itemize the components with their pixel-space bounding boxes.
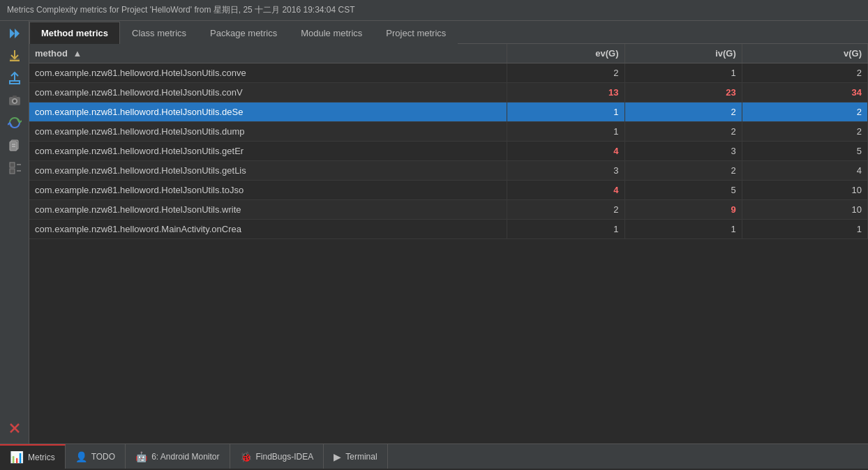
status-findbugs[interactable]: 🐞 FindBugs-IDEA [230, 444, 324, 469]
cell-ev: 13 [507, 83, 624, 103]
cell-v: 2 [742, 122, 867, 142]
table-row[interactable]: com.example.nzw81.helloword.HotelJsonUti… [29, 83, 868, 103]
cell-method: com.example.nzw81.helloword.HotelJsonUti… [29, 142, 507, 161]
status-android[interactable]: 🤖 6: Android Monitor [126, 444, 230, 469]
cell-method: com.example.nzw81.helloword.HotelJsonUti… [29, 83, 507, 103]
cell-v: 1 [742, 220, 867, 239]
table-row[interactable]: com.example.nzw81.helloword.HotelJsonUti… [29, 63, 868, 83]
cell-ev: 1 [507, 103, 624, 122]
cell-v: 10 [742, 181, 867, 200]
svg-rect-10 [13, 96, 17, 98]
status-todo[interactable]: 👤 TODO [66, 444, 126, 469]
status-bar: 📊 Metrics 👤 TODO 🤖 6: Android Monitor 🐞 … [0, 444, 868, 469]
table-row[interactable]: com.example.nzw81.helloword.HotelJsonUti… [29, 161, 868, 181]
cell-method: com.example.nzw81.helloword.HotelJsonUti… [29, 181, 507, 200]
svg-rect-15 [10, 162, 15, 167]
cell-iv: 23 [624, 83, 742, 103]
tab-module[interactable]: Module metrics [289, 22, 374, 44]
metrics-table: method ▲ ev(G) iv(G) v(G) [29, 44, 868, 239]
svg-rect-16 [10, 169, 15, 174]
cell-method: com.example.nzw81.helloword.HotelJsonUti… [29, 122, 507, 142]
table-row[interactable]: com.example.nzw81.helloword.HotelJsonUti… [29, 181, 868, 200]
left-toolbar [0, 21, 29, 444]
cell-ev: 1 [507, 122, 624, 142]
cell-v: 2 [742, 63, 867, 83]
camera-icon[interactable] [4, 91, 25, 110]
main-layout: Method metrics Class metrics Package met… [0, 21, 868, 444]
svg-rect-6 [10, 81, 20, 84]
tab-package[interactable]: Package metrics [198, 22, 289, 44]
cell-ev: 4 [507, 181, 624, 200]
table-container: method ▲ ev(G) iv(G) v(G) [29, 44, 868, 444]
cell-ev: 1 [507, 220, 624, 239]
col-header-method[interactable]: method ▲ [29, 44, 507, 63]
cell-v: 10 [742, 200, 867, 220]
tasks-icon[interactable] [4, 158, 25, 177]
cell-iv: 2 [624, 122, 742, 142]
cell-ev: 2 [507, 63, 624, 83]
tab-project[interactable]: Project metrics [374, 22, 458, 44]
cell-method: com.example.nzw81.helloword.HotelJsonUti… [29, 161, 507, 181]
table-row[interactable]: com.example.nzw81.helloword.HotelJsonUti… [29, 200, 868, 220]
table-row[interactable]: com.example.nzw81.helloword.MainActivity… [29, 220, 868, 239]
col-header-ev[interactable]: ev(G) [507, 44, 624, 63]
copy-icon[interactable] [4, 135, 25, 155]
col-header-iv[interactable]: iv(G) [624, 44, 742, 63]
svg-marker-1 [15, 29, 20, 38]
findbugs-icon: 🐞 [240, 451, 252, 462]
table-row[interactable]: com.example.nzw81.helloword.HotelJsonUti… [29, 103, 868, 122]
svg-marker-0 [10, 29, 15, 38]
cell-v: 5 [742, 142, 867, 161]
export-icon[interactable] [4, 68, 25, 88]
cell-v: 4 [742, 161, 867, 181]
table-row[interactable]: com.example.nzw81.helloword.HotelJsonUti… [29, 142, 868, 161]
android-icon: 🤖 [135, 451, 147, 462]
col-header-v[interactable]: v(G) [742, 44, 867, 63]
todo-icon: 👤 [75, 451, 87, 462]
cell-ev: 3 [507, 161, 624, 181]
close-icon[interactable] [4, 418, 25, 438]
cell-iv: 1 [624, 220, 742, 239]
svg-rect-4 [10, 59, 20, 61]
status-terminal[interactable]: ▶ Terminal [324, 444, 387, 469]
cell-iv: 5 [624, 181, 742, 200]
title-bar: Metrics Complexity metrics for Project '… [0, 0, 868, 21]
cell-iv: 2 [624, 161, 742, 181]
cell-iv: 2 [624, 103, 742, 122]
tab-class[interactable]: Class metrics [120, 22, 198, 44]
table-header-row: method ▲ ev(G) iv(G) v(G) [29, 44, 868, 63]
cell-ev: 2 [507, 200, 624, 220]
metrics-chart-icon: 📊 [10, 450, 24, 464]
terminal-icon: ▶ [334, 451, 341, 462]
cell-iv: 1 [624, 63, 742, 83]
table-row[interactable]: com.example.nzw81.helloword.HotelJsonUti… [29, 122, 868, 142]
cell-v: 2 [742, 103, 867, 122]
download-icon[interactable] [4, 46, 25, 66]
cell-method: com.example.nzw81.helloword.HotelJsonUti… [29, 103, 507, 122]
content-area: Method metrics Class metrics Package met… [29, 21, 868, 444]
status-metrics[interactable]: 📊 Metrics [0, 444, 66, 469]
cell-iv: 3 [624, 142, 742, 161]
run-icon[interactable] [4, 24, 25, 43]
cell-method: com.example.nzw81.helloword.MainActivity… [29, 220, 507, 239]
tabs-bar: Method metrics Class metrics Package met… [29, 21, 868, 44]
tab-method[interactable]: Method metrics [29, 22, 120, 44]
cell-method: com.example.nzw81.helloword.HotelJsonUti… [29, 200, 507, 220]
title-text: Metrics Complexity metrics for Project '… [7, 5, 355, 15]
sort-arrow-icon: ▲ [73, 48, 82, 59]
cell-v: 34 [742, 83, 867, 103]
cell-iv: 9 [624, 200, 742, 220]
refresh-icon[interactable] [4, 113, 25, 132]
cell-ev: 4 [507, 142, 624, 161]
svg-point-9 [13, 100, 16, 103]
cell-method: com.example.nzw81.helloword.HotelJsonUti… [29, 63, 507, 83]
